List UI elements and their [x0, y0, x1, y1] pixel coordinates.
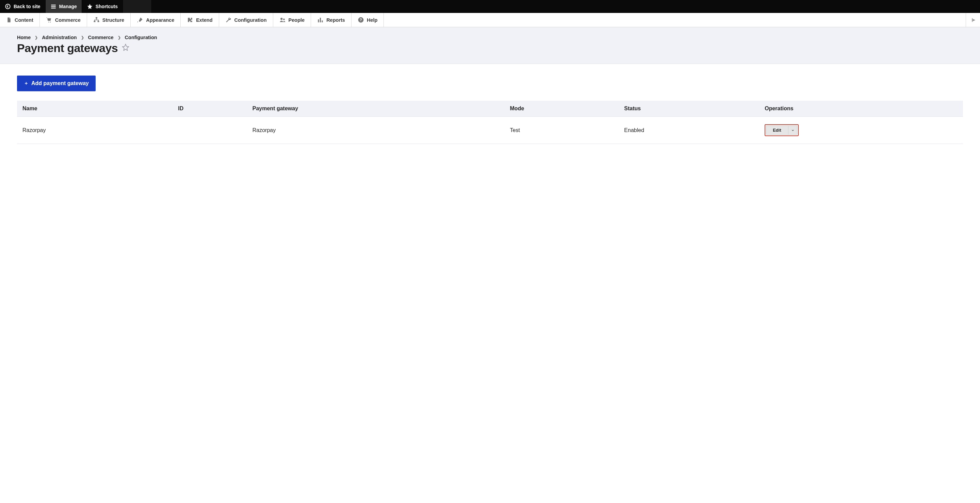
breadcrumb-administration[interactable]: Administration: [42, 35, 76, 40]
page-title-wrap: Payment gateways: [17, 41, 963, 55]
svg-rect-3: [51, 8, 56, 8]
nav-extend-label: Extend: [196, 18, 212, 23]
cell-name: Razorpay: [17, 117, 172, 144]
nav-reports[interactable]: Reports: [311, 13, 352, 27]
topbar: Back to site Manage Shortcuts: [0, 0, 980, 13]
nav-structure-label: Structure: [102, 18, 124, 23]
nav-people[interactable]: People: [273, 13, 311, 27]
nav-configuration-label: Configuration: [234, 18, 267, 23]
star-outline-icon: [122, 43, 129, 51]
people-icon: [279, 17, 286, 23]
back-to-site-label: Back to site: [14, 4, 40, 9]
col-id: ID: [172, 101, 247, 117]
breadcrumb-home[interactable]: Home: [17, 35, 30, 40]
nav-appearance[interactable]: Appearance: [130, 13, 181, 27]
help-icon: ?: [358, 17, 364, 23]
svg-rect-2: [51, 6, 56, 7]
table-header-row: Name ID Payment gateway Mode Status Oper…: [17, 101, 963, 117]
svg-rect-4: [95, 18, 97, 19]
back-to-site-link[interactable]: Back to site: [0, 0, 46, 13]
col-name: Name: [17, 101, 172, 117]
cell-operations: Edit: [759, 117, 963, 144]
breadcrumb-sep-icon: ❯: [81, 35, 84, 40]
nav-appearance-label: Appearance: [146, 18, 174, 23]
cart-icon: [46, 17, 52, 23]
payment-gateways-table: Name ID Payment gateway Mode Status Oper…: [17, 101, 963, 144]
collapse-icon: [970, 18, 976, 23]
table-row: Razorpay Razorpay Test Enabled Edit: [17, 117, 963, 144]
svg-point-8: [283, 19, 285, 21]
hierarchy-icon: [93, 17, 100, 23]
content-area: ＋ Add payment gateway Name ID Payment ga…: [0, 64, 980, 156]
admin-nav: Content Commerce Structure Appearance Ex…: [0, 13, 980, 27]
nav-people-label: People: [288, 18, 305, 23]
breadcrumb: Home ❯ Administration ❯ Commerce ❯ Confi…: [17, 35, 963, 40]
nav-commerce-label: Commerce: [55, 18, 81, 23]
svg-point-0: [5, 4, 10, 9]
puzzle-icon: [187, 17, 193, 23]
chevron-down-icon: [791, 129, 795, 132]
wrench-icon: [225, 17, 232, 23]
document-icon: [6, 17, 12, 23]
nav-content-label: Content: [14, 18, 33, 23]
svg-rect-9: [318, 19, 319, 22]
nav-help[interactable]: ? Help: [352, 13, 384, 27]
paintbrush-icon: [137, 17, 143, 23]
nav-structure[interactable]: Structure: [87, 13, 130, 27]
cell-id: [172, 117, 247, 144]
operations-dropbutton: Edit: [766, 126, 797, 135]
nav-configuration[interactable]: Configuration: [219, 13, 273, 27]
breadcrumb-commerce[interactable]: Commerce: [88, 35, 114, 40]
star-icon: [87, 3, 93, 10]
breadcrumb-sep-icon: ❯: [118, 35, 121, 40]
col-operations: Operations: [759, 101, 963, 117]
svg-rect-11: [322, 21, 323, 22]
topbar-spacer: [123, 0, 152, 13]
dropbutton-toggle[interactable]: [788, 126, 797, 135]
plus-icon: ＋: [24, 80, 29, 86]
nav-extend[interactable]: Extend: [181, 13, 219, 27]
add-payment-gateway-button[interactable]: ＋ Add payment gateway: [17, 76, 95, 91]
shortcuts-label: Shortcuts: [95, 4, 118, 9]
edit-button[interactable]: Edit: [766, 126, 788, 135]
bar-chart-icon: [317, 17, 324, 23]
svg-rect-5: [94, 21, 95, 22]
hamburger-icon: [50, 3, 56, 10]
nav-reports-label: Reports: [326, 18, 345, 23]
breadcrumb-configuration[interactable]: Configuration: [125, 35, 157, 40]
cell-mode: Test: [504, 117, 619, 144]
cell-status: Enabled: [619, 117, 759, 144]
svg-rect-6: [97, 21, 99, 22]
operations-dropbutton-highlight: Edit: [765, 124, 799, 136]
header-region: Home ❯ Administration ❯ Commerce ❯ Confi…: [0, 27, 980, 64]
shortcuts-link[interactable]: Shortcuts: [82, 0, 123, 13]
col-status: Status: [619, 101, 759, 117]
svg-point-7: [280, 18, 282, 20]
svg-text:?: ?: [360, 18, 362, 22]
cell-gateway: Razorpay: [247, 117, 504, 144]
nav-help-label: Help: [367, 18, 377, 23]
col-mode: Mode: [504, 101, 619, 117]
manage-label: Manage: [59, 4, 77, 9]
collapse-toolbar-button[interactable]: [966, 13, 980, 27]
col-gateway: Payment gateway: [247, 101, 504, 117]
breadcrumb-sep-icon: ❯: [35, 35, 38, 40]
favorite-star-button[interactable]: [122, 43, 129, 53]
page-title: Payment gateways: [17, 41, 118, 55]
svg-rect-10: [320, 18, 321, 22]
back-arrow-icon: [5, 3, 11, 10]
nav-content[interactable]: Content: [0, 13, 40, 27]
add-payment-gateway-label: Add payment gateway: [31, 80, 89, 86]
nav-commerce[interactable]: Commerce: [40, 13, 87, 27]
svg-rect-1: [51, 5, 56, 5]
manage-toggle[interactable]: Manage: [46, 0, 82, 13]
